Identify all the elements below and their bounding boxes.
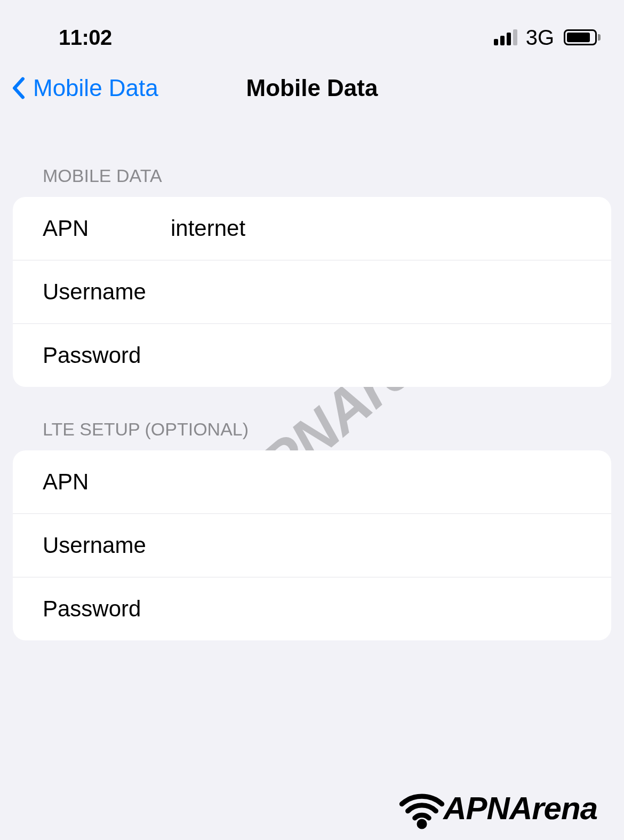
page-title: Mobile Data	[246, 75, 378, 101]
section-header-mobile-data: MOBILE DATA	[0, 165, 624, 186]
lte-apn-input[interactable]	[171, 469, 581, 495]
form-row[interactable]: Password	[13, 577, 611, 640]
form-row[interactable]: Username	[13, 260, 611, 324]
username-input[interactable]	[171, 279, 581, 305]
form-row[interactable]: Password	[13, 324, 611, 387]
status-bar: 11:02 3G	[0, 0, 624, 53]
form-group-lte: APN Username Password	[13, 450, 611, 640]
form-row[interactable]: Username	[13, 514, 611, 577]
back-button[interactable]: Mobile Data	[11, 75, 158, 101]
chevron-left-icon	[11, 76, 27, 100]
section-header-lte: LTE SETUP (OPTIONAL)	[0, 419, 624, 440]
back-label: Mobile Data	[33, 75, 158, 101]
wifi-icon	[398, 784, 446, 832]
form-group-mobile-data: APN Username Password	[13, 197, 611, 387]
battery-icon	[564, 29, 601, 45]
username-label: Username	[43, 279, 171, 305]
lte-username-label: Username	[43, 533, 171, 558]
form-row[interactable]: APN	[13, 450, 611, 514]
status-right: 3G	[494, 26, 601, 50]
apn-label: APN	[43, 216, 171, 241]
lte-password-label: Password	[43, 596, 171, 622]
watermark-corner: APNArena	[398, 784, 597, 832]
lte-password-input[interactable]	[171, 596, 581, 622]
svg-point-1	[419, 821, 425, 827]
nav-bar: Mobile Data Mobile Data	[0, 53, 624, 117]
signal-icon	[494, 29, 517, 45]
password-input[interactable]	[171, 343, 581, 368]
status-time: 11:02	[59, 26, 112, 50]
apn-input[interactable]	[171, 216, 581, 241]
lte-apn-label: APN	[43, 469, 171, 495]
password-label: Password	[43, 343, 171, 368]
lte-username-input[interactable]	[171, 533, 581, 558]
network-type: 3G	[526, 26, 554, 50]
form-row[interactable]: APN	[13, 197, 611, 260]
